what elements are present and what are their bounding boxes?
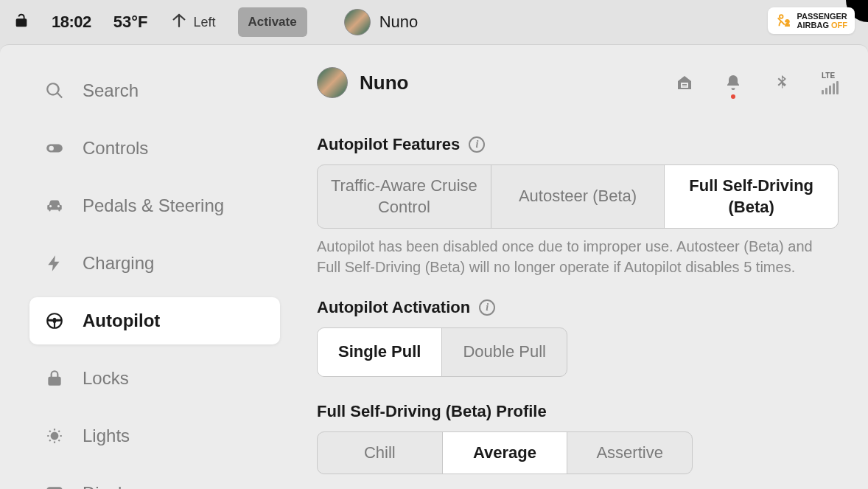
signal-label: LTE (822, 72, 835, 80)
seatbelt-icon: 2 (775, 13, 791, 29)
sidebar-item-label: Locks (83, 368, 129, 389)
settings-sidebar: Search Controls Pedals & Steering Chargi… (0, 45, 295, 489)
homelink-group: Left (170, 12, 216, 32)
info-icon[interactable]: i (469, 136, 485, 153)
notification-dot (731, 94, 735, 99)
profile-selector[interactable]: Nuno (317, 67, 408, 98)
profile-chill-button[interactable]: Chill (318, 432, 442, 474)
sidebar-item-pedals[interactable]: Pedals & Steering (29, 182, 280, 229)
profile-name-top: Nuno (379, 13, 419, 32)
signal-bars-icon (822, 81, 839, 94)
homelink-direction: Left (194, 15, 216, 30)
clock-time: 18:02 (52, 13, 91, 32)
display-icon (44, 483, 65, 489)
autopilot-features-segmented: Traffic-Aware Cruise Control Autosteer (… (317, 164, 839, 229)
status-bar: 18:02 53°F Left Activate Nuno 2 PASSENGE… (0, 0, 868, 44)
sidebar-item-label: Search (83, 80, 139, 101)
unlock-icon[interactable] (13, 13, 29, 32)
activation-segmented: Single Pull Double Pull (317, 327, 567, 377)
sidebar-item-charging[interactable]: Charging (29, 240, 280, 287)
signal-indicator[interactable]: LTE (822, 72, 839, 94)
section-title: Autopilot Activation (317, 298, 470, 317)
sidebar-item-autopilot[interactable]: Autopilot (29, 297, 280, 344)
profile-average-button[interactable]: Average (442, 432, 567, 474)
profile-assertive-button[interactable]: Assertive (567, 432, 692, 474)
svg-point-0 (780, 15, 783, 18)
lightbulb-icon (44, 426, 65, 446)
airbag-text: PASSENGER AIRBAG OFF (797, 12, 847, 30)
sidebar-item-search[interactable]: Search (29, 67, 280, 114)
activate-button[interactable]: Activate (238, 7, 307, 37)
bluetooth-icon[interactable] (773, 74, 791, 91)
section-title: Full Self-Driving (Beta) Profile (317, 402, 547, 421)
bolt-icon (44, 253, 65, 274)
lock-icon (44, 368, 65, 389)
feature-fsd-button[interactable]: Full Self-Driving (Beta) (664, 165, 838, 228)
sidebar-item-label: Charging (83, 253, 154, 274)
fsd-profile-section: Full Self-Driving (Beta) Profile Chill A… (317, 402, 839, 475)
sidebar-item-locks[interactable]: Locks (29, 355, 280, 402)
svg-point-3 (49, 146, 54, 151)
sidebar-item-label: Autopilot (83, 311, 160, 331)
fsd-profile-segmented: Chill Average Assertive (317, 431, 693, 475)
toggle-icon (44, 138, 65, 159)
svg-text:2: 2 (785, 19, 789, 27)
airbag-badge[interactable]: 2 PASSENGER AIRBAG OFF (768, 7, 855, 34)
sidebar-item-display[interactable]: Display (29, 470, 280, 489)
sidebar-item-label: Controls (83, 138, 148, 159)
activation-single-pull-button[interactable]: Single Pull (318, 328, 441, 376)
garage-icon[interactable] (676, 74, 693, 91)
temperature: 53°F (113, 13, 148, 32)
sidebar-item-label: Display (83, 483, 141, 489)
sidebar-item-lights[interactable]: Lights (29, 412, 280, 459)
activation-double-pull-button[interactable]: Double Pull (441, 328, 567, 376)
profile-name: Nuno (360, 72, 408, 94)
avatar (317, 67, 348, 98)
steering-wheel-icon (44, 311, 65, 331)
svg-point-4 (52, 433, 58, 440)
sidebar-item-label: Pedals & Steering (83, 195, 224, 216)
sidebar-item-controls[interactable]: Controls (29, 125, 280, 172)
autopilot-features-section: Autopilot Features i Traffic-Aware Cruis… (317, 135, 839, 277)
feature-autosteer-button[interactable]: Autosteer (Beta) (491, 165, 665, 228)
settings-content: Nuno LTE Autopilot Features i Traffic-Aw… (295, 45, 868, 489)
profile-selector-top[interactable]: Nuno (344, 9, 419, 35)
car-icon (44, 195, 65, 216)
search-icon (44, 80, 65, 101)
info-icon[interactable]: i (479, 299, 495, 316)
home-arrow-icon (170, 12, 188, 32)
section-title: Autopilot Features (317, 135, 460, 154)
feature-tacc-button[interactable]: Traffic-Aware Cruise Control (318, 165, 491, 228)
notification-icon[interactable] (724, 74, 742, 91)
autopilot-warning-text: Autopilot has been disabled once due to … (317, 236, 839, 277)
sidebar-item-label: Lights (83, 426, 130, 446)
autopilot-activation-section: Autopilot Activation i Single Pull Doubl… (317, 298, 839, 377)
avatar (344, 9, 371, 35)
